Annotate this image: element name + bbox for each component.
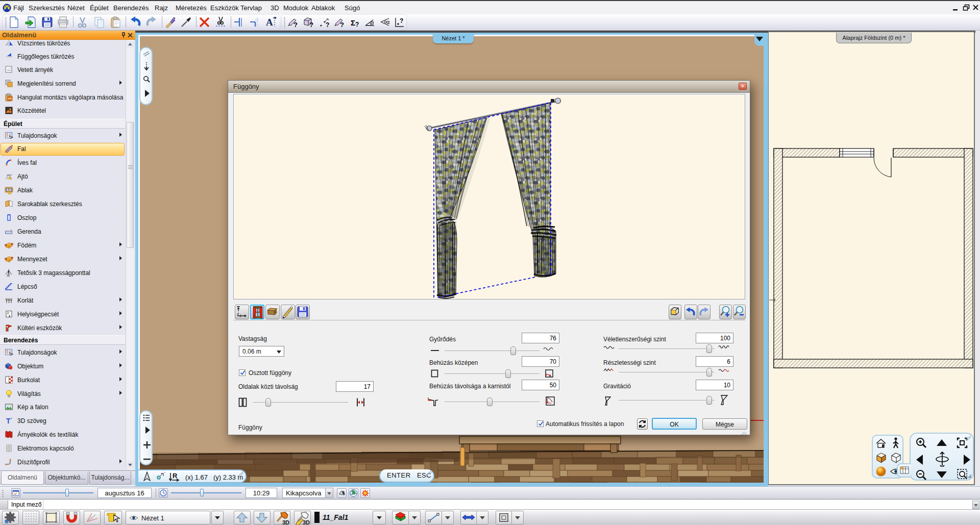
svg-text:T: T [6,417,11,425]
svg-text:?: ? [309,21,313,29]
svg-text:?: ? [326,21,329,29]
svg-text:R: R [173,472,178,480]
svg-text:?: ? [400,17,403,24]
svg-text:3D: 3D [282,519,289,525]
svg-text:3D: 3D [7,274,10,277]
svg-text:3D: 3D [303,519,310,525]
svg-text:?: ? [340,21,344,29]
svg-text:Σ: Σ [351,18,355,27]
svg-text:2: 2 [9,314,10,317]
svg-text:A: A [266,17,273,28]
svg-text:α: α [386,19,390,25]
svg-text:?: ? [355,21,359,28]
svg-text:?: ? [293,21,298,29]
svg-text:α: α [371,19,374,26]
